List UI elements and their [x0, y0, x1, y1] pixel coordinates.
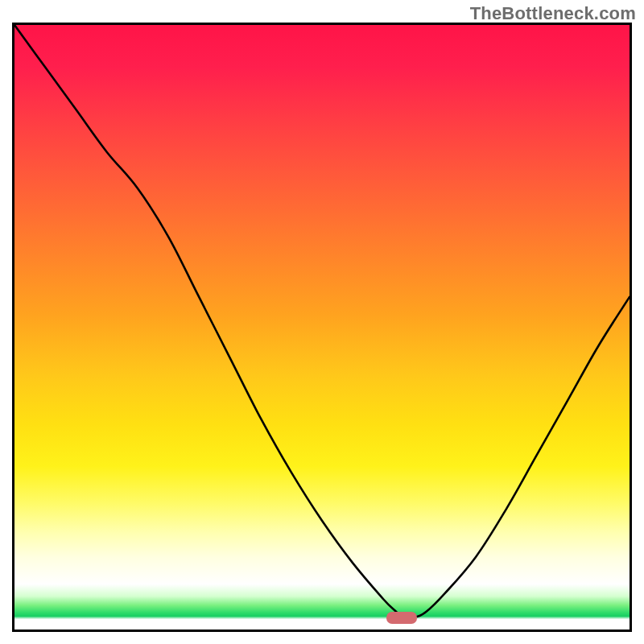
bottleneck-curve [14, 25, 630, 630]
screenshot-root: TheBottleneck.com [0, 0, 644, 644]
curve-path [14, 25, 630, 618]
chart-plot-area [12, 23, 632, 632]
optimum-marker [386, 612, 417, 624]
watermark-text: TheBottleneck.com [470, 3, 636, 24]
